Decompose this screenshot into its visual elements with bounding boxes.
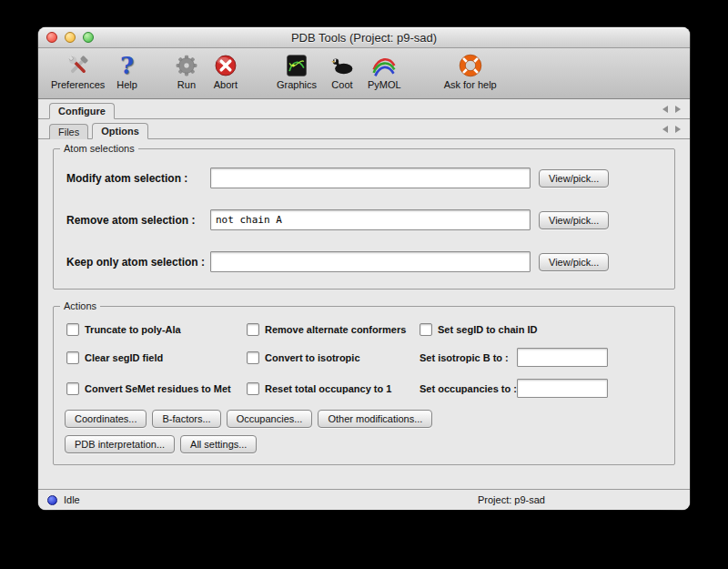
checkbox-icon[interactable] [420, 323, 432, 336]
occupancies-button[interactable]: Occupancies... [227, 410, 313, 428]
occupancies-label: Set occupancies to : [420, 383, 517, 394]
group-title: Actions [60, 300, 100, 312]
all-settings-button[interactable]: All settings... [180, 435, 257, 453]
question-mark-icon: ? [120, 51, 134, 79]
toolbar-label: Preferences [51, 79, 105, 90]
checkbox-label: Set segID to chain ID [438, 324, 537, 335]
actions-row-2: Clear segID field Convert to isotropic S… [66, 348, 663, 367]
reset-occupancy-checkbox[interactable]: Reset total occupancy to 1 [247, 382, 391, 395]
modify-selection-label: Modify atom selection : [66, 172, 210, 185]
minimize-button[interactable] [65, 32, 76, 43]
options-page: Atom selections Modify atom selection : … [38, 148, 690, 465]
checkbox-label: Remove alternate conformers [265, 324, 406, 335]
convert-semet-checkbox[interactable]: Convert SeMet residues to Met [66, 382, 231, 395]
traffic-lights [38, 32, 94, 43]
run-button[interactable]: Run [173, 51, 200, 90]
toolbar-label: Ask for help [444, 79, 497, 90]
pdb-interpretation-button[interactable]: PDB interpretation... [65, 435, 175, 453]
checkbox-label: Convert SeMet residues to Met [85, 383, 231, 394]
graphics-icon [283, 51, 310, 79]
toolbar-label: Run [177, 79, 196, 90]
checkbox-icon[interactable] [66, 382, 79, 395]
checkbox-icon[interactable] [247, 382, 259, 395]
ask-for-help-button[interactable]: Ask for help [444, 51, 497, 90]
toolbar-label: PyMOL [368, 79, 401, 90]
actions-group: Actions Truncate to poly-Ala Remove alte… [53, 306, 675, 465]
coot-bird-icon [329, 51, 356, 79]
clear-segid-checkbox[interactable]: Clear segID field [66, 351, 163, 364]
keep-selection-label: Keep only atom selection : [66, 256, 210, 269]
other-modifications-button[interactable]: Other modifications... [318, 410, 432, 428]
checkbox-label: Clear segID field [85, 352, 163, 363]
tab-options[interactable]: Options [92, 123, 148, 139]
toolbar: Preferences ? Help [38, 48, 690, 99]
tab-scroll-arrows [662, 106, 690, 113]
actions-row-3: Convert SeMet residues to Met Reset tota… [66, 379, 663, 398]
gear-icon [173, 51, 200, 79]
actions-row-1: Truncate to poly-Ala Remove alternate co… [66, 323, 663, 336]
actions-buttons-row-2: PDB interpretation... All settings... [65, 435, 663, 453]
coot-button[interactable]: Coot [329, 51, 356, 90]
project-label: Project: p9-sad [478, 494, 545, 505]
pdb-tools-window: PDB Tools (Project: p9-sad) [38, 27, 690, 510]
occupancies-input[interactable] [517, 379, 608, 398]
zoom-button[interactable] [83, 32, 94, 43]
checkbox-icon[interactable] [247, 323, 259, 336]
remove-selection-input[interactable] [210, 209, 531, 230]
checkbox-icon[interactable] [247, 351, 259, 364]
tools-icon [65, 51, 92, 79]
coordinates-button[interactable]: Coordinates... [65, 410, 147, 428]
status-text: Idle [64, 494, 80, 505]
close-button[interactable] [46, 32, 57, 43]
help-button[interactable]: ? Help [116, 51, 137, 90]
convert-isotropic-checkbox[interactable]: Convert to isotropic [247, 351, 360, 364]
window-title: PDB Tools (Project: p9-sad) [38, 31, 690, 45]
titlebar[interactable]: PDB Tools (Project: p9-sad) [38, 27, 690, 48]
graphics-button[interactable]: Graphics [277, 51, 317, 90]
toolbar-label: Abort [214, 79, 238, 90]
preferences-button[interactable]: Preferences [51, 51, 105, 90]
actions-buttons-row-1: Coordinates... B-factors... Occupancies.… [65, 410, 663, 428]
keep-selection-input[interactable] [210, 251, 531, 272]
tab-scroll-arrows [662, 126, 690, 133]
scroll-right-icon[interactable] [675, 126, 681, 133]
set-segid-chainid-checkbox[interactable]: Set segID to chain ID [420, 323, 537, 336]
keep-view-pick-button[interactable]: View/pick... [539, 253, 609, 271]
remove-selection-label: Remove atom selection : [66, 214, 210, 227]
toolbar-label: Help [116, 79, 137, 90]
status-bar: Idle Project: p9-sad [38, 489, 690, 510]
atom-selections-group: Atom selections Modify atom selection : … [53, 148, 675, 290]
status-dot-icon [47, 495, 57, 505]
checkbox-label: Truncate to poly-Ala [85, 324, 181, 335]
tab-files[interactable]: Files [49, 124, 88, 139]
checkbox-label: Reset total occupancy to 1 [265, 383, 391, 394]
checkbox-label: Convert to isotropic [265, 352, 360, 363]
scroll-right-icon[interactable] [675, 106, 681, 113]
group-title: Atom selections [60, 143, 138, 155]
b-factors-button[interactable]: B-factors... [152, 410, 220, 428]
modify-selection-input[interactable] [210, 168, 531, 188]
task-tab-bar: Configure [38, 99, 690, 119]
toolbar-label: Graphics [277, 79, 317, 90]
abort-button[interactable]: Abort [212, 51, 239, 90]
remove-alt-conformers-checkbox[interactable]: Remove alternate conformers [247, 323, 406, 336]
modify-view-pick-button[interactable]: View/pick... [539, 169, 609, 188]
toolbar-label: Coot [331, 79, 352, 90]
scroll-left-icon[interactable] [662, 126, 668, 133]
scroll-left-icon[interactable] [662, 106, 668, 113]
truncate-polyala-checkbox[interactable]: Truncate to poly-Ala [66, 323, 181, 336]
remove-selection-row: Remove atom selection : View/pick... [66, 209, 663, 230]
pymol-button[interactable]: PyMOL [368, 51, 401, 90]
isotropic-b-input[interactable] [517, 348, 608, 367]
abort-x-icon [212, 51, 239, 79]
isotropic-b-label: Set isotropic B to : [420, 352, 517, 363]
keep-selection-row: Keep only atom selection : View/pick... [66, 251, 663, 272]
lifebuoy-icon [457, 51, 484, 79]
modify-selection-row: Modify atom selection : View/pick... [66, 168, 663, 188]
remove-view-pick-button[interactable]: View/pick... [539, 211, 609, 229]
checkbox-icon[interactable] [66, 323, 79, 336]
pymol-ribbon-icon [370, 51, 398, 79]
tab-configure[interactable]: Configure [49, 103, 115, 119]
page-tab-bar: Files Options [38, 119, 690, 139]
checkbox-icon[interactable] [66, 351, 79, 364]
